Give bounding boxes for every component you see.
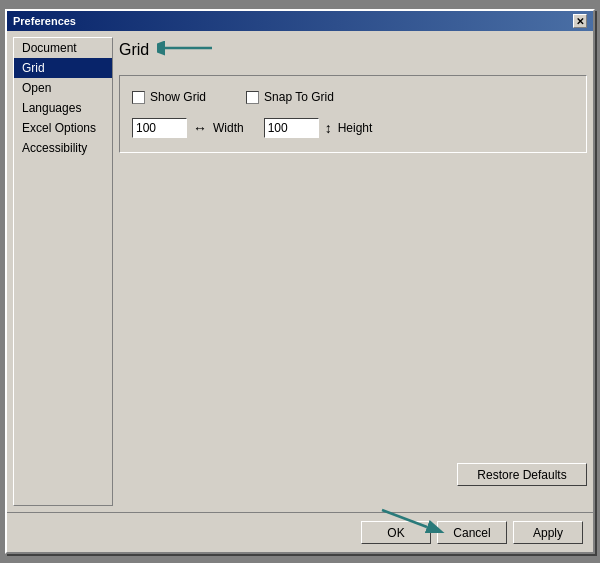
- dialog-body: Document Grid Open Languages Excel Optio…: [7, 31, 593, 512]
- sidebar-item-languages[interactable]: Languages: [14, 98, 112, 118]
- arrow-annotation-2: [377, 505, 447, 536]
- restore-area: Restore Defaults: [119, 161, 587, 506]
- snap-to-grid-checkbox[interactable]: [246, 91, 259, 104]
- title-bar: Preferences ✕: [7, 11, 593, 31]
- height-arrow-icon: ↕: [325, 120, 332, 136]
- sidebar-item-accessibility[interactable]: Accessibility: [14, 138, 112, 158]
- checkbox-row: Show Grid Snap To Grid: [132, 90, 574, 104]
- sidebar-item-document[interactable]: Document: [14, 38, 112, 58]
- width-arrow-icon: ↔: [193, 120, 207, 136]
- show-grid-checkbox[interactable]: [132, 91, 145, 104]
- height-label: Height: [338, 121, 373, 135]
- restore-defaults-button[interactable]: Restore Defaults: [457, 463, 587, 486]
- grid-settings-panel: Show Grid Snap To Grid ↔ Width: [119, 75, 587, 153]
- show-grid-group: Show Grid: [132, 90, 206, 104]
- dimension-row: ↔ Width ↕ Height: [132, 118, 574, 138]
- snap-to-grid-group: Snap To Grid: [246, 90, 334, 104]
- svg-line-3: [382, 510, 427, 527]
- sidebar-item-grid[interactable]: Grid: [14, 58, 112, 78]
- sidebar-item-excel-options[interactable]: Excel Options: [14, 118, 112, 138]
- footer-bar: OK Cancel Apply: [7, 512, 593, 552]
- main-content: Grid: [119, 37, 587, 506]
- preferences-dialog: Preferences ✕ Document Grid Open Languag…: [5, 9, 595, 554]
- height-group: ↕ Height: [264, 118, 373, 138]
- width-label: Width: [213, 121, 244, 135]
- snap-to-grid-label: Snap To Grid: [264, 90, 334, 104]
- width-input[interactable]: [132, 118, 187, 138]
- section-title-text: Grid: [119, 41, 149, 59]
- height-input[interactable]: [264, 118, 319, 138]
- section-header: Grid: [119, 37, 587, 63]
- width-group: ↔ Width: [132, 118, 244, 138]
- sidebar-item-open[interactable]: Open: [14, 78, 112, 98]
- apply-button[interactable]: Apply: [513, 521, 583, 544]
- close-button[interactable]: ✕: [573, 14, 587, 28]
- sidebar: Document Grid Open Languages Excel Optio…: [13, 37, 113, 506]
- show-grid-label: Show Grid: [150, 90, 206, 104]
- dialog-title: Preferences: [13, 15, 76, 27]
- arrow-annotation-1: [157, 37, 217, 63]
- cancel-button[interactable]: Cancel: [437, 521, 507, 544]
